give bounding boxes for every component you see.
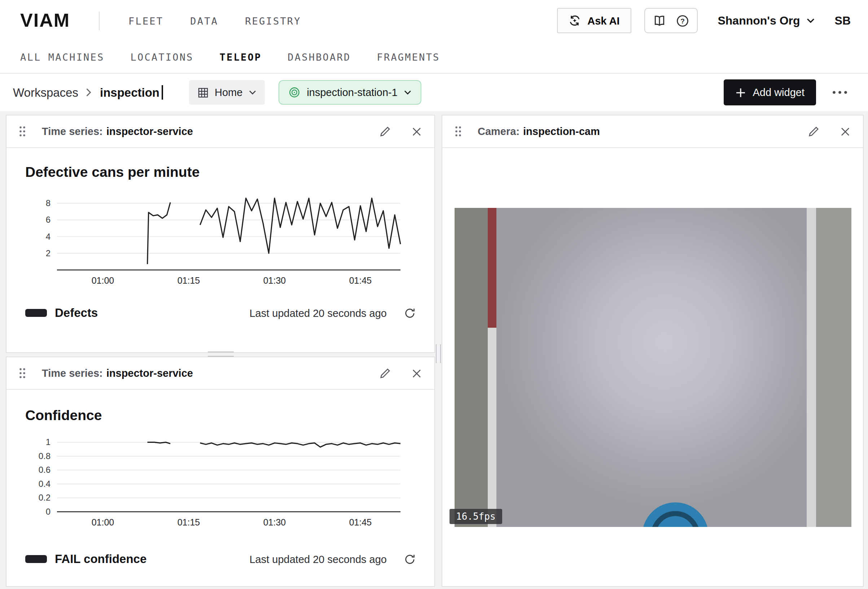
help-icon-group: ? (644, 8, 697, 33)
widget-actions (379, 367, 422, 379)
widget-title: Camera:inspection-cam (478, 126, 600, 137)
viam-logo[interactable]: VIAM (20, 9, 70, 32)
chevron-right-icon (86, 88, 92, 97)
can-lid (642, 502, 708, 527)
horizontal-resize-handle[interactable] (207, 352, 233, 357)
widget-actions (379, 126, 422, 137)
nav-item-registry[interactable]: REGISTRY (245, 15, 301, 26)
svg-text:0: 0 (46, 507, 50, 516)
legend-label: Defects (55, 306, 98, 320)
legend-swatch (25, 309, 47, 317)
svg-text:01:30: 01:30 (263, 517, 286, 527)
camera-stream-image (454, 207, 851, 527)
widget-header: Time series:inspector-service (6, 115, 434, 148)
svg-text:01:45: 01:45 (349, 275, 372, 286)
breadcrumb: Workspaces inspection (13, 85, 163, 100)
camera-body: 16.5fps (442, 148, 863, 586)
location-dropdown[interactable]: Home (189, 80, 265, 105)
svg-text:2: 2 (46, 248, 50, 258)
refresh-icon[interactable] (404, 553, 416, 565)
nav-item-data[interactable]: DATA (190, 15, 218, 26)
refresh-icon[interactable] (404, 307, 416, 319)
add-widget-label: Add widget (753, 87, 805, 98)
widget-type-label: Time series: (42, 367, 103, 379)
drag-handle-icon[interactable] (19, 126, 26, 137)
row-gap (6, 353, 435, 357)
edit-pencil-icon[interactable] (379, 367, 391, 379)
widget-header: Time series:inspector-service (6, 357, 434, 390)
drag-handle-icon[interactable] (19, 367, 26, 379)
widget-board: Time series:inspector-service Defective … (0, 111, 868, 589)
fps-badge: 16.5fps (450, 509, 502, 524)
camera-maroon-bar (487, 207, 496, 327)
chart-title: Defective cans per minute (25, 164, 416, 181)
tab-all-machines[interactable]: ALL MACHINES (20, 51, 104, 63)
chart-title: Confidence (25, 407, 416, 424)
widget-title: Time series:inspector-service (42, 126, 193, 137)
tab-teleop[interactable]: TELEOP (220, 51, 262, 63)
camera-right-strip (816, 207, 851, 527)
org-name: Shannon's Org (717, 14, 800, 27)
svg-text:01:00: 01:00 (92, 275, 114, 286)
last-updated-text: Last updated 20 seconds ago (249, 553, 387, 565)
close-icon[interactable] (411, 368, 422, 379)
chevron-down-icon (807, 18, 815, 23)
top-navigation: VIAM FLEET DATA REGISTRY Ask AI (0, 0, 868, 41)
edit-pencil-icon[interactable] (379, 126, 391, 137)
svg-text:01:00: 01:00 (92, 517, 114, 527)
close-icon[interactable] (840, 126, 851, 137)
close-icon[interactable] (411, 126, 422, 137)
drag-handle-icon[interactable] (455, 126, 462, 137)
docs-book-icon[interactable] (652, 14, 666, 27)
tab-locations[interactable]: LOCATIONS (130, 51, 193, 63)
nav-item-fleet[interactable]: FLEET (128, 15, 164, 26)
widget-body: Defective cans per minute 246801:0001:15… (6, 148, 434, 320)
chevron-down-icon (404, 90, 411, 95)
widget-body: Confidence 00.20.40.60.8101:0001:1501:30… (6, 390, 434, 566)
widget-header: Camera:inspection-cam (442, 115, 863, 148)
widget-source: inspector-service (106, 367, 193, 379)
timeseries-chart-defects: 246801:0001:1501:3001:45 (25, 191, 416, 287)
column-gap (435, 115, 441, 587)
workspace-more-menu[interactable] (829, 87, 851, 98)
tab-dashboard[interactable]: DASHBOARD (288, 51, 351, 63)
widget-actions (808, 126, 851, 137)
widget-timeseries-defects: Time series:inspector-service Defective … (6, 115, 435, 353)
svg-text:01:15: 01:15 (177, 517, 200, 527)
svg-text:0.8: 0.8 (38, 451, 50, 461)
ask-ai-button[interactable]: Ask AI (557, 8, 631, 33)
svg-text:01:15: 01:15 (177, 275, 200, 286)
svg-text:01:30: 01:30 (263, 275, 286, 286)
help-question-icon[interactable]: ? (676, 14, 689, 27)
location-label: Home (215, 87, 242, 98)
chevron-down-icon (249, 90, 256, 95)
svg-text:0.4: 0.4 (38, 479, 50, 489)
legend-row: Defects Last updated 20 seconds ago (25, 306, 416, 320)
last-updated-text: Last updated 20 seconds ago (249, 307, 387, 319)
tab-fragments[interactable]: FRAGMENTS (376, 51, 440, 63)
widget-type-label: Camera: (478, 126, 520, 137)
widget-type-label: Time series: (42, 126, 103, 137)
machine-name: inspection-station-1 (307, 87, 397, 98)
breadcrumb-workspaces[interactable]: Workspaces (13, 86, 78, 99)
svg-text:6: 6 (46, 215, 50, 225)
camera-right-light-strip (806, 207, 816, 527)
org-selector[interactable]: Shannon's Org (717, 14, 814, 27)
workspace-name-field[interactable]: inspection (100, 86, 159, 99)
app: VIAM FLEET DATA REGISTRY Ask AI (0, 0, 868, 589)
widget-source: inspection-cam (523, 126, 600, 137)
svg-text:0.2: 0.2 (38, 493, 50, 502)
machine-selector[interactable]: inspection-station-1 (279, 80, 421, 105)
text-cursor (162, 85, 163, 100)
fleet-tabs: ALL MACHINES LOCATIONS TELEOP DASHBOARD … (0, 41, 868, 74)
avatar[interactable]: SB (835, 14, 851, 27)
vertical-resize-handle[interactable] (436, 344, 441, 363)
legend-label: FAIL confidence (55, 552, 146, 566)
camera-left-light-strip (487, 327, 496, 527)
plus-icon (736, 87, 746, 98)
add-widget-button[interactable]: Add widget (724, 79, 816, 105)
edit-pencil-icon[interactable] (808, 126, 820, 137)
svg-text:0.6: 0.6 (38, 465, 50, 475)
machine-target-icon (289, 87, 300, 98)
top-right-controls: Ask AI ? Shannon's Org (557, 8, 851, 33)
